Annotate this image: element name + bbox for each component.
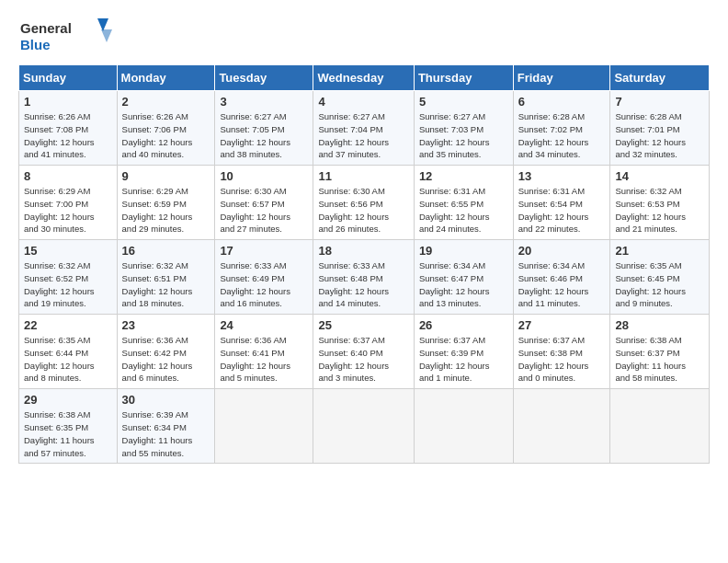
day-info: Sunrise: 6:33 AMSunset: 6:49 PMDaylight:… [220,259,308,310]
day-info: Sunrise: 6:29 AMSunset: 6:59 PMDaylight:… [122,185,210,236]
calendar-cell: 12Sunrise: 6:31 AMSunset: 6:55 PMDayligh… [414,166,513,240]
calendar-cell: 9Sunrise: 6:29 AMSunset: 6:59 PMDaylight… [117,166,215,240]
calendar-cell [513,389,610,464]
day-number: 4 [318,95,408,109]
calendar-cell: 23Sunrise: 6:36 AMSunset: 6:42 PMDayligh… [117,315,215,389]
day-info: Sunrise: 6:38 AMSunset: 6:35 PMDaylight:… [24,408,112,459]
day-number: 25 [318,318,408,332]
svg-marker-3 [101,29,112,42]
calendar-cell: 28Sunrise: 6:38 AMSunset: 6:37 PMDayligh… [610,315,710,389]
day-number: 23 [122,318,210,332]
day-number: 17 [220,244,308,258]
calendar-cell: 16Sunrise: 6:32 AMSunset: 6:51 PMDayligh… [117,240,215,315]
day-number: 21 [615,244,704,258]
day-number: 5 [419,95,508,109]
calendar-cell: 17Sunrise: 6:33 AMSunset: 6:49 PMDayligh… [215,240,313,315]
weekday-header-tuesday: Tuesday [215,65,313,91]
weekday-header-friday: Friday [513,65,610,91]
day-number: 12 [419,169,508,183]
day-number: 11 [318,169,408,183]
day-info: Sunrise: 6:39 AMSunset: 6:34 PMDaylight:… [122,408,210,459]
day-info: Sunrise: 6:32 AMSunset: 6:52 PMDaylight:… [24,259,112,310]
day-info: Sunrise: 6:27 AMSunset: 7:04 PMDaylight:… [318,110,408,161]
day-info: Sunrise: 6:26 AMSunset: 7:06 PMDaylight:… [122,110,210,161]
calendar-cell: 21Sunrise: 6:35 AMSunset: 6:45 PMDayligh… [610,240,710,315]
calendar-cell: 15Sunrise: 6:32 AMSunset: 6:52 PMDayligh… [19,240,118,315]
calendar-cell: 18Sunrise: 6:33 AMSunset: 6:48 PMDayligh… [313,240,414,315]
calendar-cell: 20Sunrise: 6:34 AMSunset: 6:46 PMDayligh… [513,240,610,315]
day-number: 1 [24,95,112,109]
day-info: Sunrise: 6:36 AMSunset: 6:42 PMDaylight:… [122,334,210,385]
day-number: 24 [220,318,308,332]
calendar-cell: 27Sunrise: 6:37 AMSunset: 6:38 PMDayligh… [513,315,610,389]
svg-text:Blue: Blue [20,37,51,52]
day-info: Sunrise: 6:32 AMSunset: 6:51 PMDaylight:… [122,259,210,310]
svg-text:General: General [20,20,72,36]
day-info: Sunrise: 6:34 AMSunset: 6:46 PMDaylight:… [518,259,606,310]
weekday-header-sunday: Sunday [19,65,118,91]
day-number: 16 [122,244,210,258]
calendar-cell: 30Sunrise: 6:39 AMSunset: 6:34 PMDayligh… [117,389,215,464]
day-info: Sunrise: 6:31 AMSunset: 6:54 PMDaylight:… [518,185,606,236]
calendar-cell: 6Sunrise: 6:28 AMSunset: 7:02 PMDaylight… [513,91,610,166]
calendar-cell: 4Sunrise: 6:27 AMSunset: 7:04 PMDaylight… [313,91,414,166]
day-number: 10 [220,169,308,183]
day-number: 8 [24,169,112,183]
calendar-cell: 22Sunrise: 6:35 AMSunset: 6:44 PMDayligh… [19,315,118,389]
day-number: 20 [518,244,606,258]
calendar-cell: 3Sunrise: 6:27 AMSunset: 7:05 PMDaylight… [215,91,313,166]
day-number: 13 [518,169,606,183]
day-number: 29 [24,393,112,407]
day-info: Sunrise: 6:37 AMSunset: 6:40 PMDaylight:… [318,334,408,385]
weekday-header-wednesday: Wednesday [313,65,414,91]
day-number: 6 [518,95,606,109]
page-header: General Blue [18,15,710,55]
day-number: 18 [318,244,408,258]
calendar-cell [313,389,414,464]
day-number: 9 [122,169,210,183]
calendar-cell: 5Sunrise: 6:27 AMSunset: 7:03 PMDaylight… [414,91,513,166]
day-number: 7 [615,95,704,109]
calendar-cell: 29Sunrise: 6:38 AMSunset: 6:35 PMDayligh… [19,389,118,464]
calendar-cell: 24Sunrise: 6:36 AMSunset: 6:41 PMDayligh… [215,315,313,389]
weekday-header-saturday: Saturday [610,65,710,91]
day-info: Sunrise: 6:37 AMSunset: 6:39 PMDaylight:… [419,334,508,385]
weekday-header-monday: Monday [117,65,215,91]
day-number: 3 [220,95,308,109]
day-info: Sunrise: 6:35 AMSunset: 6:44 PMDaylight:… [24,334,112,385]
day-number: 30 [122,393,210,407]
day-number: 14 [615,169,704,183]
calendar-cell: 19Sunrise: 6:34 AMSunset: 6:47 PMDayligh… [414,240,513,315]
day-number: 2 [122,95,210,109]
calendar-cell [414,389,513,464]
day-info: Sunrise: 6:30 AMSunset: 6:57 PMDaylight:… [220,185,308,236]
day-number: 15 [24,244,112,258]
calendar-cell: 2Sunrise: 6:26 AMSunset: 7:06 PMDaylight… [117,91,215,166]
calendar-cell: 26Sunrise: 6:37 AMSunset: 6:39 PMDayligh… [414,315,513,389]
calendar-cell: 8Sunrise: 6:29 AMSunset: 7:00 PMDaylight… [19,166,118,240]
calendar-cell: 7Sunrise: 6:28 AMSunset: 7:01 PMDaylight… [610,91,710,166]
day-number: 28 [615,318,704,332]
calendar-cell: 25Sunrise: 6:37 AMSunset: 6:40 PMDayligh… [313,315,414,389]
day-info: Sunrise: 6:33 AMSunset: 6:48 PMDaylight:… [318,259,408,310]
day-info: Sunrise: 6:31 AMSunset: 6:55 PMDaylight:… [419,185,508,236]
day-number: 22 [24,318,112,332]
day-info: Sunrise: 6:35 AMSunset: 6:45 PMDaylight:… [615,259,704,310]
calendar-cell [610,389,710,464]
calendar-cell: 11Sunrise: 6:30 AMSunset: 6:56 PMDayligh… [313,166,414,240]
day-info: Sunrise: 6:30 AMSunset: 6:56 PMDaylight:… [318,185,408,236]
weekday-header-thursday: Thursday [414,65,513,91]
svg-marker-2 [97,18,108,31]
day-info: Sunrise: 6:34 AMSunset: 6:47 PMDaylight:… [419,259,508,310]
day-info: Sunrise: 6:29 AMSunset: 7:00 PMDaylight:… [24,185,112,236]
calendar-cell: 10Sunrise: 6:30 AMSunset: 6:57 PMDayligh… [215,166,313,240]
logo: General Blue [18,15,119,55]
calendar-cell: 14Sunrise: 6:32 AMSunset: 6:53 PMDayligh… [610,166,710,240]
day-info: Sunrise: 6:27 AMSunset: 7:03 PMDaylight:… [419,110,508,161]
day-info: Sunrise: 6:37 AMSunset: 6:38 PMDaylight:… [518,334,606,385]
calendar-cell: 13Sunrise: 6:31 AMSunset: 6:54 PMDayligh… [513,166,610,240]
day-info: Sunrise: 6:36 AMSunset: 6:41 PMDaylight:… [220,334,308,385]
day-number: 27 [518,318,606,332]
day-info: Sunrise: 6:26 AMSunset: 7:08 PMDaylight:… [24,110,112,161]
day-info: Sunrise: 6:38 AMSunset: 6:37 PMDaylight:… [615,334,704,385]
